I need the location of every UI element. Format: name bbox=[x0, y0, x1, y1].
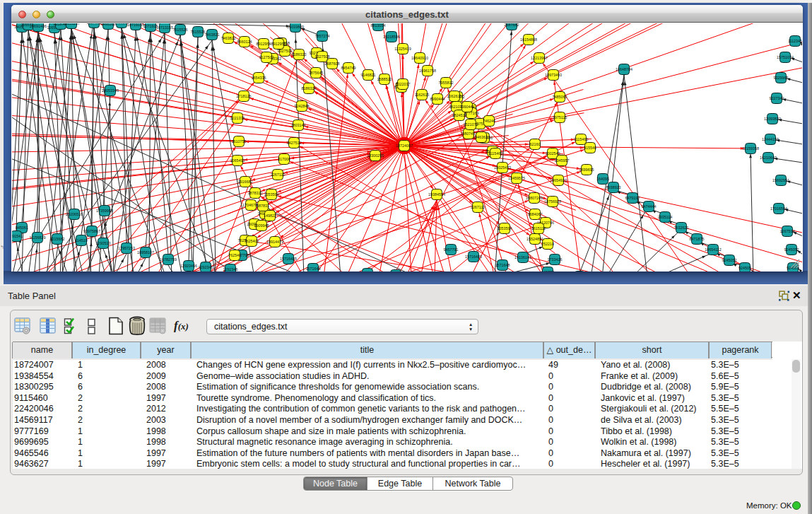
svg-text:1353594: 1353594 bbox=[264, 192, 279, 197]
svg-text:8186324: 8186324 bbox=[302, 86, 317, 90]
svg-text:3875645: 3875645 bbox=[309, 71, 324, 75]
svg-text:10025433: 10025433 bbox=[494, 165, 511, 170]
svg-text:29053346: 29053346 bbox=[102, 88, 119, 93]
svg-text:8471875: 8471875 bbox=[690, 237, 705, 241]
svg-text:7515526: 7515526 bbox=[173, 28, 188, 32]
svg-text:16713155: 16713155 bbox=[156, 25, 173, 30]
svg-text:1824514: 1824514 bbox=[452, 113, 467, 117]
svg-text:7857274: 7857274 bbox=[315, 34, 330, 38]
svg-text:924505: 924505 bbox=[739, 266, 751, 270]
svg-text:9115460: 9115460 bbox=[488, 151, 503, 156]
svg-text:1527602: 1527602 bbox=[87, 23, 102, 25]
svg-text:762540: 762540 bbox=[228, 253, 241, 257]
svg-text:9245052: 9245052 bbox=[722, 258, 737, 262]
svg-text:15692951: 15692951 bbox=[772, 178, 789, 182]
svg-text:2718126: 2718126 bbox=[237, 94, 252, 98]
svg-text:2803144: 2803144 bbox=[291, 123, 306, 127]
svg-text:10719155: 10719155 bbox=[127, 23, 144, 27]
svg-text:1290513: 1290513 bbox=[96, 241, 111, 245]
svg-text:12444159: 12444159 bbox=[762, 137, 779, 141]
svg-text:8990444: 8990444 bbox=[430, 97, 445, 101]
svg-text:11156829: 11156829 bbox=[29, 235, 45, 240]
svg-text:6466160: 6466160 bbox=[101, 23, 116, 26]
svg-text:1065493: 1065493 bbox=[230, 158, 245, 163]
svg-text:945779: 945779 bbox=[541, 270, 554, 271]
svg-text:10653267: 10653267 bbox=[63, 23, 80, 25]
svg-text:7485063: 7485063 bbox=[553, 95, 567, 99]
svg-text:9127503: 9127503 bbox=[259, 55, 274, 59]
svg-text:114519: 114519 bbox=[75, 238, 88, 243]
svg-text:8322037: 8322037 bbox=[396, 82, 411, 86]
svg-text:15716485: 15716485 bbox=[280, 257, 297, 261]
svg-text:9474444: 9474444 bbox=[642, 204, 657, 209]
svg-text:7463821: 7463821 bbox=[205, 33, 220, 37]
svg-text:1215682: 1215682 bbox=[50, 237, 65, 241]
svg-text:164095: 164095 bbox=[596, 177, 609, 181]
svg-text:391541: 391541 bbox=[12, 234, 23, 238]
svg-text:1990444: 1990444 bbox=[460, 105, 475, 109]
svg-text:817006: 817006 bbox=[278, 157, 290, 161]
svg-text:10958107: 10958107 bbox=[137, 250, 154, 255]
svg-text:1654336: 1654336 bbox=[252, 76, 266, 80]
svg-text:9327508: 9327508 bbox=[315, 54, 330, 59]
svg-text:746246: 746246 bbox=[483, 119, 495, 123]
svg-text:10756928: 10756928 bbox=[544, 199, 561, 204]
svg-text:20206516: 20206516 bbox=[66, 212, 83, 216]
svg-text:18300295: 18300295 bbox=[367, 153, 384, 158]
svg-text:18640910: 18640910 bbox=[411, 56, 428, 60]
svg-text:17016504: 17016504 bbox=[770, 206, 787, 211]
svg-text:7515526: 7515526 bbox=[191, 30, 206, 34]
svg-text:10973493: 10973493 bbox=[545, 73, 562, 77]
svg-text:1975115: 1975115 bbox=[553, 115, 567, 119]
svg-text:0699695: 0699695 bbox=[579, 168, 594, 172]
svg-text:8938923: 8938923 bbox=[606, 185, 621, 189]
svg-text:16961758: 16961758 bbox=[419, 69, 436, 73]
svg-text:9245052: 9245052 bbox=[784, 247, 799, 252]
svg-text:7632621: 7632621 bbox=[674, 226, 689, 230]
svg-text:252214: 252214 bbox=[541, 242, 554, 246]
svg-text:1002543: 1002543 bbox=[546, 151, 560, 156]
svg-text:1221336: 1221336 bbox=[230, 116, 245, 120]
svg-text:12093822: 12093822 bbox=[764, 117, 781, 121]
svg-text:17957253: 17957253 bbox=[118, 246, 135, 250]
svg-text:1521072: 1521072 bbox=[464, 122, 478, 127]
svg-text:10654112: 10654112 bbox=[705, 247, 722, 252]
svg-text:3878312: 3878312 bbox=[248, 191, 263, 195]
svg-text:8186323: 8186323 bbox=[292, 52, 307, 57]
svg-text:12213967: 12213967 bbox=[531, 56, 548, 60]
svg-text:1571648: 1571648 bbox=[306, 267, 321, 271]
svg-text:19463627: 19463627 bbox=[473, 135, 490, 139]
svg-text:1292346: 1292346 bbox=[223, 267, 238, 271]
svg-text:2935114: 2935114 bbox=[658, 215, 673, 219]
svg-text:1345957: 1345957 bbox=[555, 158, 570, 163]
svg-text:1571648: 1571648 bbox=[495, 263, 510, 267]
svg-text:14136141: 14136141 bbox=[514, 255, 531, 259]
svg-text:9329965: 9329965 bbox=[774, 76, 789, 80]
svg-text:2687608: 2687608 bbox=[325, 62, 340, 66]
svg-text:8912954: 8912954 bbox=[257, 42, 271, 46]
svg-text:20691406: 20691406 bbox=[30, 24, 47, 28]
svg-text:13459575: 13459575 bbox=[508, 176, 525, 180]
svg-text:1588520: 1588520 bbox=[377, 77, 392, 81]
svg-text:9684067: 9684067 bbox=[528, 212, 543, 216]
svg-text:32159358: 32159358 bbox=[742, 146, 759, 151]
svg-text:9146821: 9146821 bbox=[361, 73, 376, 77]
svg-text:9427512: 9427512 bbox=[287, 141, 302, 145]
svg-text:8813054: 8813054 bbox=[371, 23, 386, 28]
svg-text:19654923: 19654923 bbox=[550, 178, 567, 182]
svg-text:1916682: 1916682 bbox=[238, 180, 253, 184]
svg-text:17359958: 17359958 bbox=[96, 209, 113, 213]
svg-text:16648784: 16648784 bbox=[616, 67, 632, 71]
svg-text:1610755: 1610755 bbox=[232, 139, 247, 144]
svg-text:93975867: 93975867 bbox=[83, 229, 100, 233]
svg-text:8912955: 8912955 bbox=[271, 42, 286, 46]
svg-text:16210643: 16210643 bbox=[760, 156, 777, 160]
svg-text:14914479: 14914479 bbox=[266, 240, 283, 244]
svg-text:1162615: 1162615 bbox=[415, 93, 430, 97]
svg-text:19384554: 19384554 bbox=[428, 192, 445, 197]
svg-text:1353594: 1353594 bbox=[498, 226, 512, 230]
svg-text:18724007: 18724007 bbox=[396, 144, 413, 148]
svg-text:1112345: 1112345 bbox=[788, 39, 802, 43]
svg-text:62160: 62160 bbox=[530, 142, 541, 146]
svg-text:15716485: 15716485 bbox=[465, 255, 482, 259]
